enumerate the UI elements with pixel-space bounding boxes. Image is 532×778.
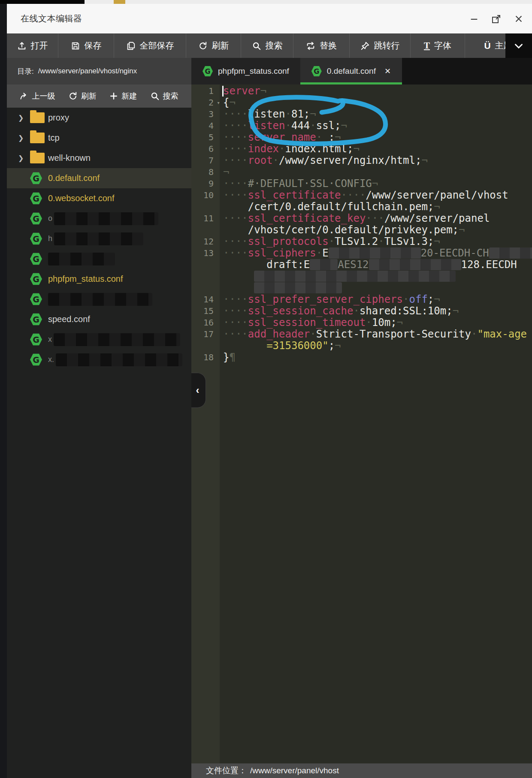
tree-folder-well-known[interactable]: ❯well-known — [7, 148, 191, 168]
up-level-icon — [20, 92, 28, 100]
code-line[interactable]: 7····root·/www/server/nginx/html;¬ — [191, 155, 532, 166]
tree-file-redacted[interactable]: Gx. — [7, 350, 191, 370]
code-line[interactable]: 4····listen·444·ssl;¬ — [191, 120, 532, 132]
code-line[interactable]: 2▾{¬ — [191, 97, 532, 109]
code-line[interactable]: =31536000";¬ — [191, 340, 532, 352]
code-line[interactable]: /cert/0.default/fullchain.pem;¬ — [191, 201, 532, 213]
code-line[interactable]: 15····ssl_session_cache·shared:SSL:10m;¬ — [191, 305, 532, 317]
code-token — [223, 282, 254, 294]
tree-file-label: 0.websocket.conf — [48, 193, 115, 203]
code-line[interactable]: 12····ssl_protocols·TLSv1.2·TLSv1.3;¬ — [191, 236, 532, 247]
nginx-file-icon: G — [30, 313, 42, 326]
code-redaction-blur — [369, 259, 461, 270]
code-line[interactable]: 6····index·index.html;¬ — [191, 143, 532, 155]
tree-file-0.websocket.conf[interactable]: G0.websocket.conf — [7, 188, 191, 208]
line-number: 7 — [191, 155, 220, 166]
刷新-toolbar-button[interactable]: 刷新 — [186, 33, 241, 58]
替换-toolbar-button[interactable]: 替换 — [293, 33, 350, 58]
code-line[interactable]: 13····ssl_ciphers·E20-EECDH-CH — [191, 247, 532, 259]
tab-close-icon[interactable]: ✕ — [384, 66, 391, 76]
tree-folder-tcp[interactable]: ❯tcp — [7, 128, 191, 148]
code-line[interactable]: 3····listen·81;¬ — [191, 109, 532, 120]
chevron-right-icon[interactable]: ❯ — [18, 154, 24, 162]
code-line[interactable]: 8¬ — [191, 166, 532, 178]
code-line[interactable]: 10····ssl_certificate····/www/server/pan… — [191, 190, 532, 201]
code-token: ··· — [366, 213, 384, 224]
打开-toolbar-button[interactable]: 打开 — [7, 33, 58, 58]
code-token: ···· — [223, 294, 248, 305]
redacted-filename-fragment: h — [48, 234, 52, 243]
sidebar: 目录: /www/server/panel/vhost/nginx 上一级刷新新… — [7, 58, 191, 778]
code-token: ssl_prefer_server_ciphers — [248, 294, 403, 305]
tab-phpfpm_status.conf[interactable]: Gphpfpm_status.conf — [191, 58, 300, 84]
tree-file-redacted[interactable]: Go — [7, 208, 191, 229]
sidebar-collapse-handle[interactable]: ‹ — [191, 373, 206, 408]
tree-file-0.default.conf[interactable]: G0.default.conf — [7, 168, 191, 188]
code-token: /www/server/nginx/html; — [279, 155, 421, 166]
code-token: · — [471, 329, 477, 340]
code-token: · — [310, 120, 316, 132]
tab-0.default.conf[interactable]: G0.default.conf✕ — [300, 58, 402, 84]
tree-file-phpfpm_status.conf[interactable]: Gphpfpm_status.conf — [7, 269, 191, 289]
tree-file-label: 0.default.conf — [48, 173, 100, 183]
code-line[interactable]: 9····#·DEFAULT·SSL·CONFIG¬ — [191, 178, 532, 190]
保存-toolbar-button[interactable]: 保存 — [58, 33, 114, 58]
code-token — [223, 201, 248, 213]
page: 在线文本编辑器 打开保存全部保存刷新搜索替换跳转行T字体Ü主题 — [0, 0, 532, 778]
code-token: draft:E — [266, 259, 310, 271]
code-line[interactable]: 5····server_name· :¬ — [191, 132, 532, 143]
code-text: ····ssl_certificate_key···/www/server/pa… — [220, 213, 532, 224]
chevron-left-icon: ‹ — [196, 384, 200, 396]
maximize-button[interactable] — [491, 13, 502, 24]
code-line[interactable]: 14····ssl_prefer_server_ciphers·off;¬ — [191, 294, 532, 305]
editor-window: 在线文本编辑器 打开保存全部保存刷新搜索替换跳转行T字体Ü主题 — [7, 4, 532, 778]
code-line[interactable]: 16····ssl_session_timeout·10m;¬ — [191, 317, 532, 329]
tree-file-redacted[interactable]: G — [7, 249, 191, 269]
tree-folder-label: proxy — [48, 113, 69, 123]
code-line[interactable] — [191, 282, 532, 294]
code-line[interactable]: draft:EAES12128.EECDH — [191, 259, 532, 271]
code-line[interactable]: 1server¬ — [191, 85, 532, 97]
code-line[interactable]: 17····add_header·Strict-Transport-Securi… — [191, 329, 532, 340]
minimize-button[interactable] — [469, 13, 480, 24]
上一级-tree-tool-button[interactable]: 上一级 — [20, 91, 55, 101]
跳转行-toolbar-button[interactable]: 跳转行 — [350, 33, 411, 58]
code-token: ¬ — [229, 97, 235, 109]
刷新-tree-tool-button[interactable]: 刷新 — [68, 91, 97, 101]
全部保存-toolbar-button[interactable]: 全部保存 — [114, 33, 186, 58]
redaction-blur — [48, 253, 115, 265]
tree-file-redacted[interactable]: Gh — [7, 229, 191, 249]
tab-label: phpfpm_status.conf — [218, 66, 289, 76]
tree-file-speed.conf[interactable]: Gspeed.conf — [7, 309, 191, 329]
code-token: ; — [428, 294, 434, 305]
redacted-filename-fragment: x. — [48, 355, 54, 364]
code-token: ¬ — [310, 109, 316, 120]
fold-caret-icon[interactable]: ▾ — [217, 97, 220, 109]
chevron-right-icon[interactable]: ❯ — [18, 134, 24, 142]
字体-toolbar-button[interactable]: T字体 — [411, 33, 465, 58]
nginx-file-icon: G — [30, 293, 42, 306]
code-line[interactable]: /vhost/cert/0.default/privkey.pem;¬ — [191, 224, 532, 236]
tree-folder-proxy[interactable]: ❯proxy — [7, 108, 191, 128]
chevron-right-icon[interactable]: ❯ — [18, 114, 24, 122]
tab-label: 0.default.conf — [327, 66, 376, 76]
新建-tree-tool-button[interactable]: 新建 — [109, 91, 137, 101]
code-token: index.html; — [285, 143, 354, 155]
code-area[interactable]: 1server¬2▾{¬3····listen·81;¬4····listen·… — [191, 84, 532, 763]
code-line[interactable]: 18}¶ — [191, 352, 532, 363]
code-line[interactable]: 11····ssl_certificate_key···/www/server/… — [191, 213, 532, 224]
file-location-path: /www/server/panel/vhost — [250, 766, 339, 775]
tree-file-redacted[interactable]: G — [7, 289, 191, 309]
toolbar-more-button[interactable] — [505, 33, 532, 58]
tree-file-redacted[interactable]: Gx — [7, 329, 191, 350]
code-token: · — [366, 317, 372, 329]
close-button[interactable] — [513, 13, 524, 24]
搜索-tree-tool-button[interactable]: 搜索 — [150, 91, 178, 101]
open-icon — [17, 41, 27, 51]
code-token: ¬ — [397, 317, 403, 329]
搜索-toolbar-button[interactable]: 搜索 — [241, 33, 293, 58]
code-line[interactable] — [191, 271, 532, 282]
replace-icon — [306, 41, 315, 51]
code-token: · — [378, 236, 384, 247]
code-token: ¬ — [421, 155, 427, 166]
